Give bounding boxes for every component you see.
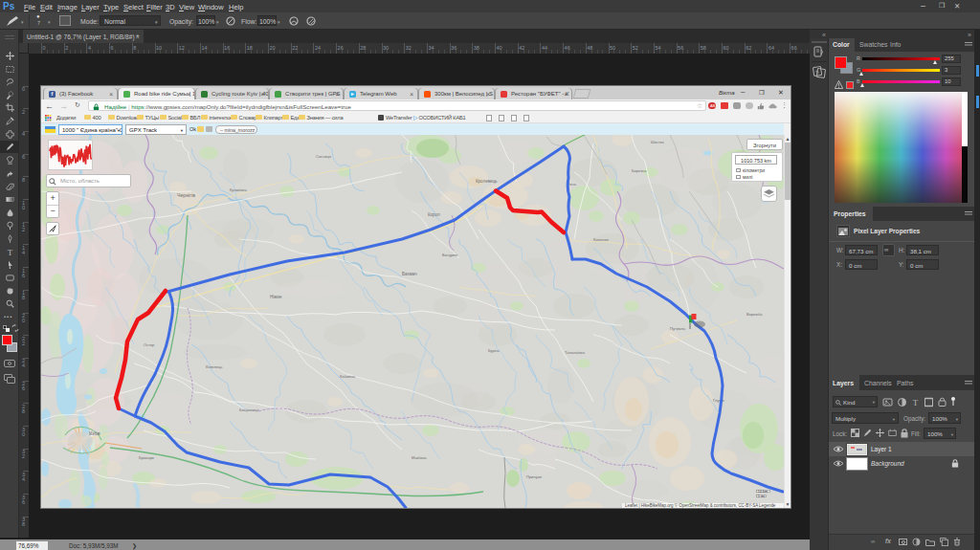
svg-text:Козелець: Козелець [206, 364, 222, 369]
svg-text:Талалаївка: Талалаївка [565, 350, 586, 355]
svg-text:Чернігів: Чернігів [177, 192, 195, 198]
svg-text:Ворожба: Ворожба [746, 312, 763, 317]
svg-text:✎: ✎ [815, 69, 819, 75]
svg-text:Остер: Остер [144, 342, 155, 347]
svg-text:Шостка: Шостка [651, 140, 665, 144]
svg-text:T: T [913, 398, 919, 407]
svg-text:Конотоп: Конотоп [593, 237, 609, 242]
svg-text:Путивль: Путивль [670, 326, 686, 331]
svg-text:Прилуки: Прилуки [526, 474, 542, 479]
svg-text:Глухів: Глухів [713, 398, 725, 403]
svg-text:T: T [7, 248, 12, 256]
svg-text:Київ: Київ [89, 430, 100, 436]
svg-text:Батурин: Батурин [442, 253, 458, 257]
svg-text:Бурінь: Бурінь [488, 348, 500, 353]
svg-text:Кролевець: Кролевець [476, 179, 498, 184]
svg-text:Короп: Короп [428, 212, 440, 217]
svg-text:Ніжин: Ніжин [270, 295, 282, 299]
svg-text:Бахмач: Бахмач [402, 272, 417, 276]
svg-text:Бровари: Бровари [139, 455, 154, 460]
svg-text:Кобижча: Кобижча [340, 374, 356, 379]
svg-text:Макіївка: Макіївка [412, 455, 427, 460]
svg-text:Бобровиця: Бобровиця [239, 407, 258, 412]
svg-text:Березна: Березна [632, 168, 647, 173]
svg-text:Сосниця: Сосниця [316, 154, 331, 159]
svg-text:Куликівка: Куликівка [230, 187, 247, 192]
